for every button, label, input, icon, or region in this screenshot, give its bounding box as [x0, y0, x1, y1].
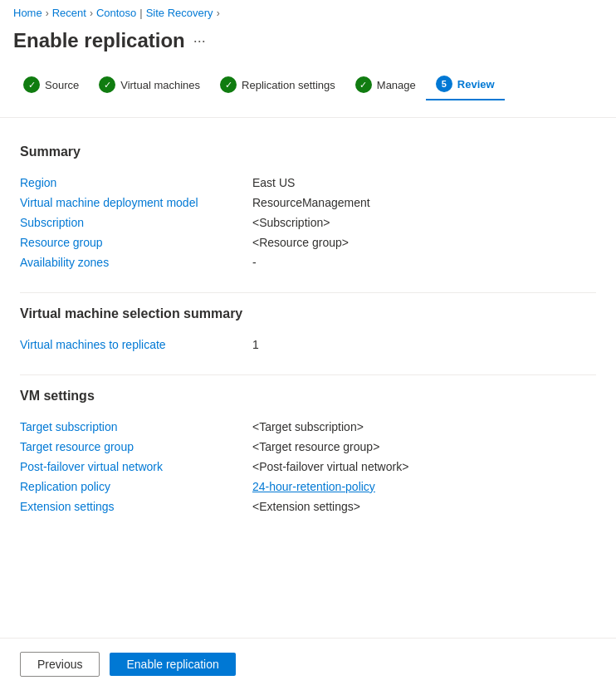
summary-row-post-failover-vnet: Post-failover virtual network <Post-fail…	[20, 457, 596, 477]
page-header: Enable replication ···	[0, 22, 616, 69]
summary-row-subscription: Subscription <Subscription>	[20, 213, 596, 232]
breadcrumb-site-recovery[interactable]: Site Recovery	[146, 7, 213, 19]
wizard-steps: ✓ Source ✓ Virtual machines ✓ Replicatio…	[0, 69, 616, 118]
enable-replication-button[interactable]: Enable replication	[110, 653, 235, 676]
vm-settings-section: VM settings Target subscription <Target …	[20, 389, 596, 516]
summary-value-availability-zones: -	[252, 256, 257, 269]
footer: Previous Enable replication	[0, 638, 616, 690]
step-label-source: Source	[45, 79, 79, 91]
step-check-manage: ✓	[355, 76, 372, 93]
vm-selection-section: Virtual machine selection summary Virtua…	[20, 306, 596, 355]
step-virtual-machines[interactable]: ✓ Virtual machines	[89, 70, 210, 100]
summary-table: Region East US Virtual machine deploymen…	[20, 173, 596, 272]
summary-label-subscription[interactable]: Subscription	[20, 216, 252, 229]
summary-row-deployment-model: Virtual machine deployment model Resourc…	[20, 193, 596, 213]
more-options-icon[interactable]: ···	[193, 32, 206, 50]
summary-label-replication-policy[interactable]: Replication policy	[20, 480, 252, 493]
step-manage[interactable]: ✓ Manage	[345, 70, 426, 100]
vm-settings-table: Target subscription <Target subscription…	[20, 417, 596, 516]
summary-row-target-resource-group: Target resource group <Target resource g…	[20, 437, 596, 457]
summary-label-post-failover-vnet[interactable]: Post-failover virtual network	[20, 460, 252, 473]
summary-value-region: East US	[252, 176, 295, 189]
summary-label-target-subscription[interactable]: Target subscription	[20, 420, 252, 433]
step-replication-settings[interactable]: ✓ Replication settings	[210, 70, 345, 100]
summary-label-target-resource-group[interactable]: Target resource group	[20, 440, 252, 453]
summary-value-extension-settings: <Extension settings>	[252, 500, 360, 513]
breadcrumb-sep-3: ›	[217, 7, 220, 19]
summary-value-target-subscription: <Target subscription>	[252, 420, 364, 433]
summary-value-vms-to-replicate: 1	[252, 338, 259, 351]
summary-value-resource-group: <Resource group>	[252, 236, 349, 249]
summary-value-replication-policy[interactable]: 24-hour-retention-policy	[252, 480, 375, 493]
vm-selection-table: Virtual machines to replicate 1	[20, 335, 596, 355]
summary-label-extension-settings[interactable]: Extension settings	[20, 500, 252, 513]
step-check-source: ✓	[23, 76, 40, 93]
step-source[interactable]: ✓ Source	[13, 70, 89, 100]
summary-value-post-failover-vnet: <Post-failover virtual network>	[252, 460, 408, 473]
breadcrumb-home[interactable]: Home	[13, 7, 42, 19]
summary-value-target-resource-group: <Target resource group>	[252, 440, 379, 453]
step-label-review: Review	[457, 78, 495, 91]
summary-row-vms-to-replicate: Virtual machines to replicate 1	[20, 335, 596, 355]
breadcrumb-contoso[interactable]: Contoso	[96, 7, 136, 19]
summary-row-resource-group: Resource group <Resource group>	[20, 232, 596, 252]
step-number-review: 5	[436, 76, 452, 92]
step-check-virtual-machines: ✓	[99, 76, 115, 93]
step-review[interactable]: 5 Review	[426, 69, 505, 100]
breadcrumb-sep-2: ›	[90, 7, 93, 19]
summary-row-replication-policy: Replication policy 24-hour-retention-pol…	[20, 477, 596, 497]
main-content: Summary Region East US Virtual machine d…	[0, 125, 616, 603]
summary-row-target-subscription: Target subscription <Target subscription…	[20, 417, 596, 437]
step-label-replication-settings: Replication settings	[242, 79, 335, 91]
step-label-virtual-machines: Virtual machines	[120, 79, 200, 91]
summary-label-vms-to-replicate[interactable]: Virtual machines to replicate	[20, 338, 252, 351]
breadcrumb-pipe: |	[139, 7, 142, 19]
breadcrumb: Home › Recent › Contoso | Site Recovery …	[0, 0, 616, 22]
breadcrumb-sep-1: ›	[46, 7, 49, 19]
summary-label-resource-group[interactable]: Resource group	[20, 236, 252, 249]
summary-row-extension-settings: Extension settings <Extension settings>	[20, 497, 596, 516]
breadcrumb-recent[interactable]: Recent	[52, 7, 86, 19]
summary-value-subscription: <Subscription>	[252, 216, 330, 229]
summary-section: Summary Region East US Virtual machine d…	[20, 144, 596, 272]
step-check-replication-settings: ✓	[220, 76, 237, 93]
previous-button[interactable]: Previous	[20, 652, 100, 677]
summary-value-deployment-model: ResourceManagement	[252, 196, 370, 209]
summary-section-title: Summary	[20, 144, 596, 159]
divider-1	[20, 292, 596, 293]
step-label-manage: Manage	[377, 79, 416, 91]
summary-label-availability-zones[interactable]: Availability zones	[20, 256, 252, 269]
summary-label-region[interactable]: Region	[20, 176, 252, 189]
summary-label-deployment-model[interactable]: Virtual machine deployment model	[20, 196, 252, 209]
divider-2	[20, 374, 596, 375]
summary-row-availability-zones: Availability zones -	[20, 252, 596, 272]
page-title: Enable replication	[13, 29, 185, 52]
vm-selection-section-title: Virtual machine selection summary	[20, 306, 596, 321]
summary-row-region: Region East US	[20, 173, 596, 193]
vm-settings-section-title: VM settings	[20, 389, 596, 404]
